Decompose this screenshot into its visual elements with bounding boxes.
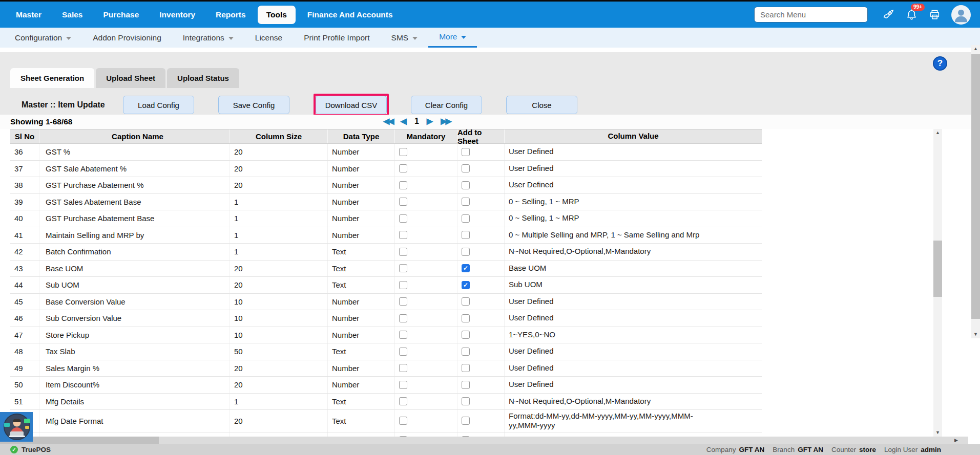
page-scroll-up-icon[interactable]: ▲: [971, 45, 980, 53]
subnav-item-integrations[interactable]: Integrations: [172, 28, 244, 48]
mandatory-checkbox[interactable]: [399, 264, 407, 272]
topnav-item-master[interactable]: Master: [7, 6, 50, 24]
cell-mandatory: [395, 194, 457, 210]
help-icon[interactable]: ?: [933, 56, 947, 71]
cell-column-value: User Defined: [505, 310, 762, 327]
cell-add-to-sheet: [457, 244, 505, 260]
search-input[interactable]: [754, 7, 868, 23]
mandatory-checkbox[interactable]: [399, 297, 407, 306]
add-to-sheet-checkbox[interactable]: [462, 314, 470, 322]
save-config-button[interactable]: Save Config: [218, 96, 289, 114]
cell-add-to-sheet: [457, 144, 505, 160]
horizontal-scrollbar[interactable]: ▶: [0, 437, 968, 444]
tab-sheet-generation[interactable]: Sheet Generation: [10, 68, 94, 88]
add-to-sheet-checkbox[interactable]: [462, 297, 470, 306]
add-to-sheet-checkbox[interactable]: [462, 198, 470, 206]
add-to-sheet-checkbox[interactable]: [462, 281, 470, 289]
add-to-sheet-checkbox[interactable]: [462, 148, 470, 156]
subnav-item-label: SMS: [391, 33, 409, 42]
topnav-item-tools[interactable]: Tools: [258, 6, 296, 24]
mandatory-checkbox[interactable]: [399, 231, 407, 239]
subnav-item-configuration[interactable]: Configuration: [4, 28, 82, 48]
last-page-icon[interactable]: ▶▶: [441, 116, 450, 126]
mandatory-checkbox[interactable]: [399, 364, 407, 372]
mandatory-checkbox[interactable]: [399, 417, 407, 425]
mandatory-checkbox[interactable]: [399, 214, 407, 223]
cell-column-value: User Defined: [505, 144, 762, 160]
subnav-item-print-profile-import[interactable]: Print Profile Import: [293, 28, 380, 48]
load-config-button[interactable]: Load Config: [123, 96, 194, 114]
cell-column-value: 0 ~ Selling, 1 ~ MRP: [505, 194, 762, 210]
cell-mandatory: [395, 310, 457, 327]
cell-sl-no: 37: [10, 161, 39, 177]
mandatory-checkbox[interactable]: [399, 331, 407, 339]
scroll-up-icon[interactable]: ▲: [933, 129, 942, 137]
add-to-sheet-checkbox[interactable]: [462, 214, 470, 223]
add-to-sheet-checkbox[interactable]: [462, 348, 470, 356]
download-csv-button[interactable]: Download CSV: [316, 96, 387, 114]
mandatory-checkbox[interactable]: [399, 198, 407, 206]
add-to-sheet-checkbox[interactable]: [462, 248, 470, 256]
add-to-sheet-checkbox[interactable]: [462, 231, 470, 239]
cell-mandatory: [395, 343, 457, 360]
login-user-label: Login User: [884, 446, 918, 453]
topnav-item-inventory[interactable]: Inventory: [151, 6, 204, 24]
add-to-sheet-checkbox[interactable]: [462, 331, 470, 339]
cell-data-type: Number: [328, 161, 395, 177]
cell-caption-name: Store Pickup: [39, 327, 230, 343]
mandatory-checkbox[interactable]: [399, 281, 407, 289]
print-icon[interactable]: [928, 8, 942, 21]
previous-page-icon[interactable]: ◀: [401, 116, 407, 126]
cell-sl-no: 51: [10, 394, 39, 410]
notifications-bell-icon[interactable]: 99+: [905, 8, 919, 21]
add-to-sheet-checkbox[interactable]: [462, 181, 470, 189]
mandatory-checkbox[interactable]: [399, 348, 407, 356]
tab-upload-status[interactable]: Upload Status: [167, 68, 239, 88]
tab-upload-sheet[interactable]: Upload Sheet: [96, 68, 165, 88]
cell-mandatory: [395, 410, 457, 432]
mandatory-checkbox[interactable]: [399, 314, 407, 322]
subnav-item-sms[interactable]: SMS: [381, 28, 429, 48]
subnav-item-license[interactable]: License: [244, 28, 293, 48]
mandatory-checkbox[interactable]: [399, 397, 407, 405]
content-header-panel: ? Sheet GenerationUpload SheetUpload Sta…: [0, 52, 971, 115]
user-avatar[interactable]: [951, 5, 971, 25]
add-to-sheet-checkbox[interactable]: [462, 397, 470, 405]
scroll-right-icon[interactable]: ▶: [952, 437, 960, 444]
add-to-sheet-checkbox[interactable]: [462, 381, 470, 389]
subnav-item-more[interactable]: More: [428, 28, 477, 48]
page-scroll-down-icon[interactable]: ▼: [971, 331, 980, 338]
add-to-sheet-checkbox[interactable]: [462, 417, 470, 425]
cell-add-to-sheet: [457, 161, 505, 177]
add-to-sheet-checkbox[interactable]: [462, 164, 470, 172]
mandatory-checkbox[interactable]: [399, 181, 407, 189]
theme-brush-icon[interactable]: [882, 8, 895, 21]
scroll-down-icon[interactable]: ▼: [933, 429, 942, 437]
mandatory-checkbox[interactable]: [399, 164, 407, 172]
topnav-item-sales[interactable]: Sales: [53, 6, 92, 24]
clear-config-button[interactable]: Clear Config: [411, 96, 482, 114]
topnav-item-reports[interactable]: Reports: [207, 6, 255, 24]
subnav-item-addon-provisioning[interactable]: Addon Provisioning: [82, 28, 172, 48]
close-button[interactable]: Close: [506, 96, 577, 114]
next-page-icon[interactable]: ▶: [427, 116, 433, 126]
table-row: 48 Tax Slab 50 Text User Defined: [10, 343, 762, 360]
mandatory-checkbox[interactable]: [399, 248, 407, 256]
mandatory-checkbox[interactable]: [399, 148, 407, 156]
table-scrollbar-thumb[interactable]: [933, 241, 942, 297]
cell-column-size: 1: [230, 394, 328, 410]
cell-data-type: Number: [328, 360, 395, 377]
topnav-item-finance-and-accounts[interactable]: Finance And Accounts: [299, 6, 402, 24]
add-to-sheet-checkbox[interactable]: [462, 364, 470, 372]
support-chat-widget[interactable]: [0, 412, 33, 442]
page-scrollbar-thumb[interactable]: [971, 54, 980, 319]
add-to-sheet-checkbox[interactable]: [462, 264, 470, 272]
topnav-item-purchase[interactable]: Purchase: [94, 6, 148, 24]
table-row: 40 GST Purchase Abatement Base 1 Number …: [10, 210, 762, 227]
cell-column-size: 20: [230, 377, 328, 393]
mandatory-checkbox[interactable]: [399, 381, 407, 389]
cell-data-type: Number: [328, 210, 395, 227]
first-page-icon[interactable]: ◀◀: [383, 116, 393, 126]
table-vertical-scrollbar[interactable]: ▲ ▼: [933, 129, 942, 437]
page-vertical-scrollbar[interactable]: ▲ ▼: [971, 45, 980, 338]
